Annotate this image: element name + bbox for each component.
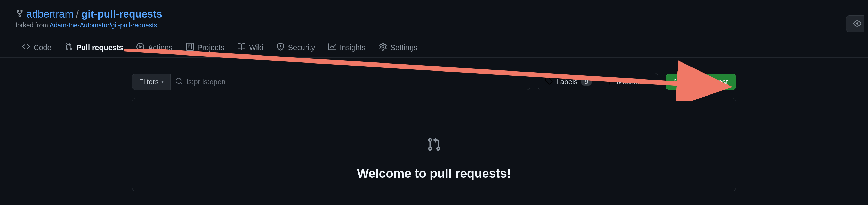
milestone-icon — [606, 77, 613, 87]
tag-icon — [545, 77, 553, 87]
graph-icon — [329, 43, 336, 52]
tab-label: Settings — [391, 43, 417, 52]
repo-forked-icon — [16, 8, 24, 20]
search-icon — [175, 78, 183, 86]
empty-state-title: Welcome to pull requests! — [357, 166, 511, 180]
labels-label: Labels — [556, 78, 578, 86]
tab-label: Projects — [197, 43, 224, 52]
search-box[interactable] — [170, 74, 530, 90]
new-pull-request-button[interactable]: New pull request — [666, 74, 736, 90]
tab-pull-requests[interactable]: Pull requests — [58, 39, 130, 57]
repo-link[interactable]: git-pull-requests — [81, 8, 162, 20]
tab-label: Security — [288, 43, 315, 52]
shield-icon — [277, 43, 284, 52]
code-icon — [22, 43, 30, 52]
git-pull-request-icon — [427, 137, 441, 152]
tab-projects[interactable]: Projects — [179, 39, 231, 57]
tab-security[interactable]: Security — [270, 39, 322, 57]
owner-link[interactable]: adbertram — [26, 8, 73, 20]
search-group: Filters ▾ — [132, 74, 530, 90]
caret-down-icon: ▾ — [161, 79, 163, 85]
main-content: Filters ▾ Labels 9 Milestones New pull r… — [132, 73, 736, 191]
tab-insights[interactable]: Insights — [322, 39, 372, 57]
tab-settings[interactable]: Settings — [372, 39, 424, 57]
forked-from-link[interactable]: Adam-the-Automator/git-pull-requests — [50, 22, 157, 29]
labels-button[interactable]: Labels 9 — [538, 73, 599, 90]
forked-from: forked from Adam-the-Automator/git-pull-… — [16, 22, 852, 29]
project-icon — [186, 43, 194, 52]
watch-button[interactable] — [846, 16, 864, 32]
eye-icon — [853, 19, 861, 28]
repo-tabs: Code Pull requests Actions Projects Wiki… — [0, 39, 868, 58]
tab-wiki[interactable]: Wiki — [231, 39, 270, 57]
search-input[interactable] — [187, 74, 525, 90]
tab-label: Actions — [148, 43, 173, 52]
git-pull-request-icon — [65, 43, 72, 52]
gear-icon — [379, 43, 387, 52]
book-icon — [238, 43, 245, 52]
tab-label: Code — [34, 43, 51, 52]
play-icon — [136, 43, 144, 52]
milestones-label: Milestones — [617, 78, 652, 86]
tab-code[interactable]: Code — [16, 39, 58, 57]
filters-label: Filters — [139, 78, 159, 86]
pr-toolbar: Filters ▾ Labels 9 Milestones New pull r… — [132, 73, 736, 90]
tab-label: Insights — [340, 43, 366, 52]
filters-button[interactable]: Filters ▾ — [132, 74, 170, 90]
repo-header: adbertram / git-pull-requests forked fro… — [0, 0, 868, 29]
breadcrumb-separator: / — [76, 8, 79, 20]
tab-label: Pull requests — [76, 43, 123, 52]
labels-count-badge: 9 — [581, 78, 592, 86]
tab-label: Wiki — [249, 43, 263, 52]
breadcrumb: adbertram / git-pull-requests — [16, 8, 852, 20]
labels-milestones-group: Labels 9 Milestones — [538, 73, 658, 90]
forked-from-prefix: forked from — [16, 22, 50, 29]
milestones-button[interactable]: Milestones — [599, 73, 658, 90]
tab-actions[interactable]: Actions — [130, 39, 179, 57]
empty-state-panel: Welcome to pull requests! — [132, 98, 736, 191]
